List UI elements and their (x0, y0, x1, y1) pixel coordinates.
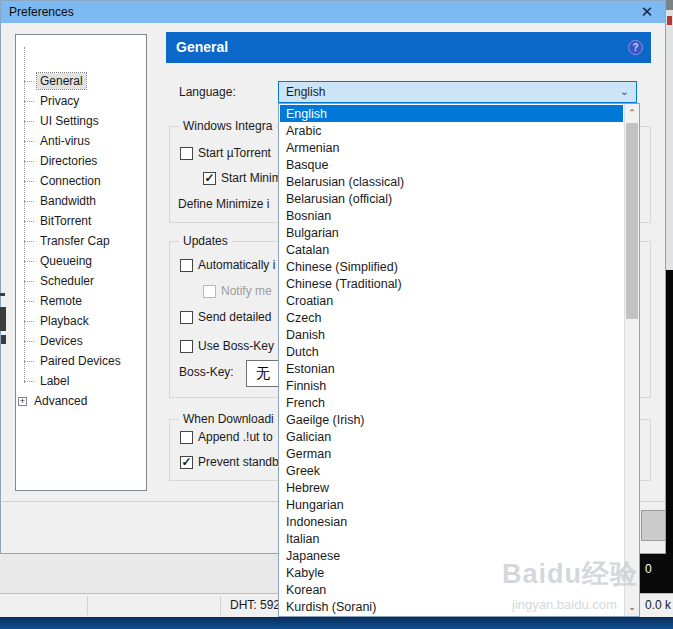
checkbox-box[interactable] (180, 311, 193, 324)
dropdown-option[interactable]: Estonian (280, 360, 623, 377)
dropdown-option[interactable]: Korean (280, 581, 623, 598)
status-separator (87, 596, 88, 615)
sidebar-item-label: Bandwidth (37, 193, 99, 209)
dropdown-option[interactable]: Czech (280, 309, 623, 326)
start-utorrent-checkbox[interactable]: Start µTorrent (180, 146, 271, 160)
use-boss-key-checkbox[interactable]: Use Boss-Key (180, 339, 274, 353)
dropdown-option[interactable]: Croatian (280, 292, 623, 309)
sidebar-item-label: Privacy (37, 93, 82, 109)
append-ut-checkbox[interactable]: Append .!ut to (180, 430, 273, 444)
sidebar-item-label: Connection (37, 173, 104, 189)
checkbox-box[interactable] (180, 431, 193, 444)
tree-stub (24, 261, 34, 262)
dropdown-option[interactable]: Japanese (280, 547, 623, 564)
sidebar-item-label-section[interactable]: Label (16, 371, 146, 391)
button-fragment[interactable] (641, 510, 665, 541)
checkbox-label: Automatically i (198, 258, 275, 272)
background-red-mark (667, 16, 672, 25)
dropdown-option[interactable]: Arabic (280, 122, 623, 139)
speed-status: 0.0 k (645, 598, 671, 612)
sidebar-item-connection[interactable]: Connection (16, 171, 146, 191)
sidebar-item-label: Advanced (31, 393, 90, 409)
dropdown-option[interactable]: Chinese (Traditional) (280, 275, 623, 292)
sidebar-item-label: BitTorrent (37, 213, 94, 229)
checkbox-label: Send detailed (198, 310, 271, 324)
tree-stub (24, 241, 34, 242)
background-strip (666, 0, 673, 10)
dropdown-option[interactable]: Chinese (Simplified) (280, 258, 623, 275)
scrollbar-thumb[interactable] (626, 123, 638, 319)
sidebar-item-scheduler[interactable]: Scheduler (16, 271, 146, 291)
dropdown-option[interactable]: Galician (280, 428, 623, 445)
title-bar[interactable]: Preferences ✕ (1, 1, 665, 23)
dropdown-option[interactable]: Bulgarian (280, 224, 623, 241)
sidebar-item-transfer-cap[interactable]: Transfer Cap (16, 231, 146, 251)
dropdown-option[interactable]: Greek (280, 462, 623, 479)
help-icon[interactable]: ? (628, 40, 643, 55)
dropdown-option[interactable]: Armenian (280, 139, 623, 156)
sidebar-item-directories[interactable]: Directories (16, 151, 146, 171)
checkbox-box[interactable]: ✓ (203, 172, 216, 185)
dropdown-option[interactable]: Belarusian (official) (280, 190, 623, 207)
sidebar-item-remote[interactable]: Remote (16, 291, 146, 311)
dropdown-option[interactable]: Belarusian (classical) (280, 173, 623, 190)
dropdown-option[interactable]: French (280, 394, 623, 411)
scroll-up-icon[interactable]: ⌃ (625, 108, 639, 118)
expand-plus-icon[interactable]: + (18, 397, 27, 406)
tree-stub (24, 281, 34, 282)
settings-tree: General Privacy UI Settings Anti-virus D… (15, 34, 147, 491)
dropdown-option[interactable]: Dutch (280, 343, 623, 360)
background-artifact (1, 335, 6, 344)
sidebar-item-queueing[interactable]: Queueing (16, 251, 146, 271)
sidebar-item-general[interactable]: General (16, 71, 146, 91)
sidebar-item-privacy[interactable]: Privacy (16, 91, 146, 111)
checkbox-box[interactable]: ✓ (180, 456, 193, 469)
checkbox-box[interactable] (180, 340, 193, 353)
dropdown-option[interactable]: English (280, 105, 623, 122)
prevent-standby-checkbox[interactable]: ✓ Prevent standb (180, 455, 279, 469)
page-title: General (176, 39, 228, 55)
send-detailed-checkbox[interactable]: Send detailed (180, 310, 271, 324)
background-artifact (0, 293, 5, 296)
sidebar-item-playback[interactable]: Playback (16, 311, 146, 331)
boss-key-label: Boss-Key: (179, 365, 234, 379)
dropdown-option[interactable]: Kurdish (Sorani) (280, 598, 623, 615)
dropdown-option[interactable]: Indonesian (280, 513, 623, 530)
dropdown-option[interactable]: Bosnian (280, 207, 623, 224)
language-combobox[interactable]: English ⌄ (278, 81, 637, 103)
define-minimize-label: Define Minimize i (178, 197, 269, 211)
dropdown-option[interactable]: Italian (280, 530, 623, 547)
dropdown-option[interactable]: Hebrew (280, 479, 623, 496)
sidebar-item-anti-virus[interactable]: Anti-virus (16, 131, 146, 151)
tree-stub (24, 341, 34, 342)
chevron-down-icon[interactable]: ⌄ (620, 85, 629, 98)
dropdown-option[interactable]: Kabyle (280, 564, 623, 581)
dropdown-option[interactable]: Hungarian (280, 496, 623, 513)
dropdown-option[interactable]: Basque (280, 156, 623, 173)
close-icon[interactable]: ✕ (633, 2, 661, 22)
tree-stub (24, 381, 34, 382)
checkbox-box[interactable] (180, 259, 193, 272)
dropdown-option[interactable]: Finnish (280, 377, 623, 394)
start-minimized-checkbox[interactable]: ✓ Start Minim (203, 171, 282, 185)
sidebar-item-paired-devices[interactable]: Paired Devices (16, 351, 146, 371)
sidebar-item-label: Label (37, 373, 72, 389)
dropdown-option[interactable]: Gaeilge (Irish) (280, 411, 623, 428)
boss-key-field[interactable] (246, 360, 280, 387)
sidebar-item-devices[interactable]: Devices (16, 331, 146, 351)
dropdown-option[interactable]: German (280, 445, 623, 462)
scroll-down-icon[interactable]: ⌄ (625, 602, 639, 612)
sidebar-item-label: Playback (37, 313, 92, 329)
sidebar-item-label: General (37, 73, 86, 89)
auto-update-checkbox[interactable]: Automatically i (180, 258, 275, 272)
sidebar-item-bittorrent[interactable]: BitTorrent (16, 211, 146, 231)
checkbox-box[interactable] (180, 147, 193, 160)
sidebar-item-ui-settings[interactable]: UI Settings (16, 111, 146, 131)
dropdown-option[interactable]: Danish (280, 326, 623, 343)
background-artifact (0, 307, 6, 331)
dropdown-option[interactable]: Catalan (280, 241, 623, 258)
sidebar-item-advanced[interactable]: +Advanced (16, 391, 146, 411)
dropdown-scrollbar[interactable]: ⌃ ⌄ (624, 104, 639, 616)
sidebar-item-bandwidth[interactable]: Bandwidth (16, 191, 146, 211)
checkbox-label: Notify me (221, 284, 272, 298)
